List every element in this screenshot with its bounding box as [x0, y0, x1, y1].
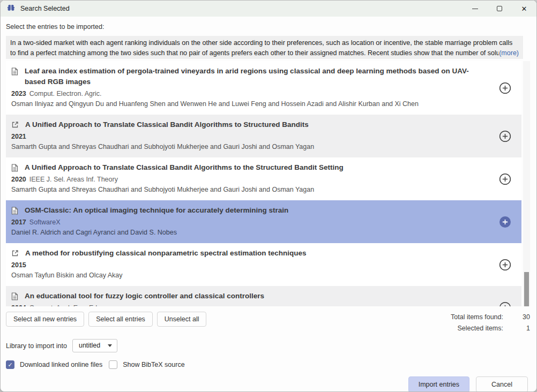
total-items-label: Total items found: [451, 313, 503, 321]
entry-row[interactable]: A Unified Approach to Translate Classica… [6, 115, 521, 157]
maximize-icon [497, 6, 502, 11]
plus-circle-filled-icon[interactable] [498, 215, 512, 229]
entry-row[interactable]: OSM-Classic: An optical imaging techniqu… [6, 200, 521, 243]
show-bibtex-label: Show BibTeX source [123, 361, 184, 368]
library-selected-value: untitled [79, 342, 100, 349]
maximize-button[interactable] [487, 1, 512, 17]
check-icon: ✓ [8, 362, 12, 368]
external-link-icon [11, 121, 19, 129]
abstract-line1: In a two-sided market with each agent ra… [10, 38, 519, 48]
plus-circle-icon[interactable] [498, 258, 512, 272]
external-link-icon [11, 250, 19, 257]
file-icon [11, 67, 18, 76]
plus-circle-icon[interactable] [498, 129, 512, 143]
options-row: ✓ Download linked online files Show BibT… [6, 360, 531, 369]
entry-journal: SoftwareX [29, 218, 61, 226]
entry-journal: Comput. Appl. Eng. Educ. [29, 304, 106, 306]
entry-year: 2004 [11, 304, 26, 306]
entry-row[interactable]: Leaf area index estimation of pergola-tr… [6, 61, 521, 115]
entry-year: 2020 [11, 176, 26, 183]
import-entries-button[interactable]: Import entries [408, 376, 469, 392]
library-select[interactable]: untitled [72, 339, 117, 352]
window-title: Search Selected [20, 5, 70, 12]
file-icon [11, 164, 18, 172]
entry-title: A method for robustifying classical nonp… [25, 248, 307, 259]
minimize-button[interactable] [463, 1, 487, 17]
instruction-label: Select the entries to be imported: [6, 23, 531, 31]
entry-title: A Unified Approach to Translate Classica… [25, 119, 309, 130]
download-files-checkbox[interactable]: ✓ [6, 360, 14, 369]
entry-authors: Osman Ilniyaz and Qingyun Du and Huanfen… [11, 99, 483, 109]
entry-authors: Samarth Gupta and Shreyas Chaudhari and … [11, 142, 483, 152]
abstract-line2: to find a perfect matching among the two… [10, 48, 499, 58]
entry-row[interactable]: A method for robustifying classical nonp… [6, 243, 521, 286]
titlebar: Search Selected ✕ [1, 1, 536, 17]
entry-year: 2023 [11, 90, 26, 97]
entry-row[interactable]: An educational tool for fuzzy logic cont… [6, 286, 521, 306]
selected-items-value: 1 [505, 325, 531, 332]
entry-journal: IEEE J. Sel. Areas Inf. Theory [29, 176, 118, 183]
library-row: Library to import into untitled [6, 339, 531, 352]
select-all-entries-button[interactable]: Select all entries [88, 312, 153, 327]
entry-year: 2017 [11, 218, 26, 226]
plus-circle-icon[interactable] [498, 300, 512, 306]
minimize-icon [472, 9, 478, 9]
unselect-all-button[interactable]: Unselect all [157, 312, 207, 327]
entry-authors: Osman Tayfun Biskin and Olcay Akay [11, 270, 483, 280]
total-items-value: 30 [505, 313, 531, 321]
entry-row[interactable]: A Unified Approach to Translate Classica… [6, 157, 521, 200]
window-controls: ✕ [463, 1, 536, 17]
entry-journal: Comput. Electron. Agric. [29, 90, 102, 97]
entry-rows: Leaf area index estimation of pergola-tr… [6, 61, 521, 306]
entry-title: A Unified Approach to Translate Classica… [25, 162, 344, 173]
plus-circle-icon[interactable] [498, 172, 512, 186]
selected-items-label: Selected items: [451, 325, 503, 332]
entry-title: Leaf area index estimation of pergola-tr… [25, 66, 483, 87]
close-icon: ✕ [521, 5, 527, 12]
vertical-scrollbar[interactable] [523, 61, 530, 306]
entry-year: 2015 [11, 261, 26, 269]
entry-authors: Daniel R. Aldrich and Cagri Ayranci and … [11, 228, 483, 237]
jabref-logo-icon [6, 4, 16, 14]
entry-title: OSM-Classic: An optical imaging techniqu… [25, 205, 288, 216]
dialog-content: Select the entries to be imported: In a … [1, 23, 536, 392]
selection-toolbar: Select all new entries Select all entrie… [6, 312, 531, 332]
chevron-down-icon [108, 344, 112, 347]
plus-circle-icon[interactable] [498, 81, 512, 95]
entry-authors: Samarth Gupta and Shreyas Chaudhari and … [11, 185, 483, 194]
cancel-button[interactable]: Cancel [476, 376, 528, 392]
abstract-preview: In a two-sided market with each agent ra… [6, 36, 523, 59]
search-selected-dialog: Search Selected ✕ Select the entries to … [0, 0, 537, 392]
library-label: Library to import into [6, 342, 67, 350]
file-icon [11, 292, 18, 300]
file-icon [11, 207, 18, 215]
close-button[interactable]: ✕ [512, 1, 536, 17]
scrollbar-thumb[interactable] [524, 272, 529, 306]
entry-year: 2021 [11, 133, 26, 140]
entry-list: Leaf area index estimation of pergola-tr… [6, 61, 531, 306]
more-link[interactable]: (more) [499, 48, 519, 58]
show-bibtex-checkbox[interactable] [109, 360, 117, 369]
download-files-label: Download linked online files [20, 361, 102, 368]
entry-title: An educational tool for fuzzy logic cont… [25, 291, 264, 301]
result-totals: Total items found: 30 Selected items: 1 [451, 312, 531, 332]
dialog-buttons: Import entries Cancel [408, 376, 528, 392]
select-all-new-entries-button[interactable]: Select all new entries [6, 312, 84, 327]
